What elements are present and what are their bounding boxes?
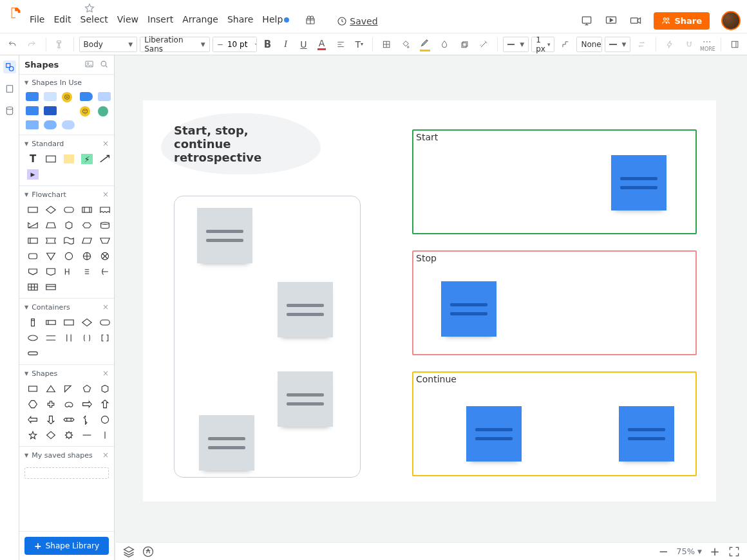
fc-shape[interactable] <box>44 204 58 216</box>
text-style-dropdown[interactable]: Body▼ <box>79 37 138 52</box>
sh-shape[interactable] <box>80 414 94 425</box>
swatch[interactable] <box>44 106 57 115</box>
magnet-button[interactable] <box>681 37 697 52</box>
shape-play[interactable]: ▶ <box>26 169 40 180</box>
undo-button[interactable] <box>4 37 21 52</box>
sh-shape[interactable] <box>62 383 76 395</box>
swatch[interactable] <box>62 120 75 129</box>
font-size-input[interactable] <box>225 37 251 51</box>
bolt-button[interactable] <box>661 37 678 52</box>
fc-shape[interactable] <box>62 235 76 247</box>
present-icon[interactable] <box>580 14 593 27</box>
menu-help[interactable]: Help <box>262 14 289 28</box>
sh-shape[interactable] <box>98 429 112 441</box>
title-cloud[interactable]: Start, stop, continue retrospective <box>161 113 321 174</box>
arrow-end-dropdown[interactable]: ▼ <box>605 37 630 52</box>
sticky-note-grey[interactable] <box>278 282 333 337</box>
sticky-pool[interactable] <box>174 196 361 478</box>
fc-shape[interactable] <box>26 266 40 277</box>
fc-shape[interactable] <box>80 266 94 277</box>
fc-shape[interactable] <box>80 250 94 262</box>
ct-shape[interactable] <box>44 317 58 328</box>
swatch[interactable] <box>98 106 108 117</box>
app-logo[interactable] <box>9 6 23 20</box>
fc-shape[interactable] <box>98 266 112 277</box>
fc-shape[interactable] <box>44 235 58 247</box>
zone-continue[interactable]: Continue <box>412 371 697 476</box>
shape-library-button[interactable]: + Shape Library <box>24 537 109 555</box>
line-style-dropdown[interactable]: ▼ <box>503 37 529 52</box>
saved-shape-slot[interactable] <box>24 467 109 479</box>
share-button[interactable]: Share <box>654 12 710 30</box>
rail-page-icon[interactable] <box>3 82 16 95</box>
sh-shape[interactable] <box>80 383 94 395</box>
canvas-paper[interactable]: Start, stop, continue retrospective Star… <box>143 100 716 501</box>
fullscreen-icon[interactable] <box>728 545 741 558</box>
ct-shape[interactable] <box>98 332 112 344</box>
gift-icon[interactable] <box>305 14 316 28</box>
fc-shape[interactable] <box>62 266 76 277</box>
align-button[interactable] <box>332 37 349 52</box>
swatch[interactable] <box>98 92 111 101</box>
sh-shape[interactable] <box>26 383 40 395</box>
sh-shape[interactable] <box>62 398 76 410</box>
sh-shape[interactable] <box>98 398 112 410</box>
sh-shape[interactable] <box>62 429 76 441</box>
section-containers[interactable]: ▼Containers× <box>19 298 114 315</box>
ct-shape[interactable] <box>80 317 94 328</box>
fc-shape[interactable] <box>26 281 40 293</box>
opacity-button[interactable] <box>436 37 453 52</box>
zoom-out-button[interactable]: − <box>657 545 670 558</box>
swap-arrows-button[interactable] <box>633 37 650 52</box>
fc-shape[interactable] <box>62 250 76 262</box>
sticky-note-blue[interactable] <box>611 155 667 210</box>
sh-shape[interactable] <box>98 414 112 425</box>
effects-button[interactable] <box>456 37 473 52</box>
sh-shape[interactable] <box>80 398 94 410</box>
text-color-button[interactable]: A <box>314 37 329 52</box>
ct-shape[interactable] <box>62 332 76 344</box>
fc-shape[interactable] <box>62 219 76 231</box>
menu-arrange[interactable]: Arrange <box>182 14 218 28</box>
magic-button[interactable] <box>475 37 492 52</box>
sticky-note-grey[interactable] <box>197 208 252 263</box>
swatch[interactable] <box>44 92 57 101</box>
fc-shape[interactable] <box>98 204 112 216</box>
redo-button[interactable] <box>23 37 40 52</box>
sh-shape[interactable] <box>62 414 76 425</box>
shape-arrow[interactable] <box>98 153 112 165</box>
section-flowchart[interactable]: ▼Flowchart× <box>19 185 114 203</box>
fc-shape[interactable] <box>44 219 58 231</box>
fc-shape[interactable] <box>98 250 112 262</box>
panel-search-icon[interactable] <box>99 59 109 71</box>
fc-shape[interactable] <box>80 235 94 247</box>
menu-share[interactable]: Share <box>227 14 253 28</box>
swatch[interactable] <box>80 92 93 101</box>
rail-data-icon[interactable] <box>3 104 16 117</box>
shape-text[interactable]: T <box>26 153 40 165</box>
line-route-button[interactable] <box>557 37 574 52</box>
format-painter-button[interactable] <box>51 37 68 52</box>
fc-shape[interactable] <box>26 219 40 231</box>
accessibility-icon[interactable] <box>142 545 155 558</box>
section-shapes[interactable]: ▼Shapes× <box>19 364 114 382</box>
line-width-dropdown[interactable]: 1 px▾ <box>531 37 554 52</box>
zone-stop[interactable]: Stop <box>412 250 697 355</box>
fc-shape[interactable] <box>26 204 40 216</box>
sh-shape[interactable] <box>44 383 58 395</box>
ct-shape[interactable] <box>44 332 58 344</box>
user-avatar[interactable] <box>721 11 741 30</box>
sh-shape[interactable] <box>80 429 94 441</box>
fc-shape[interactable] <box>98 235 112 247</box>
font-size-increase[interactable]: + <box>251 37 258 51</box>
swatch[interactable] <box>26 92 39 101</box>
section-shapes-in-use[interactable]: ▼Shapes In Use <box>19 75 114 91</box>
sh-shape[interactable] <box>44 429 58 441</box>
menu-edit[interactable]: Edit <box>53 14 71 28</box>
ct-shape[interactable] <box>26 317 40 328</box>
sh-shape[interactable] <box>44 398 58 410</box>
fc-shape[interactable] <box>44 266 58 277</box>
zoom-dropdown[interactable]: 75%▼ <box>676 546 702 556</box>
shape-bolt[interactable]: ⚡ <box>80 153 94 165</box>
fc-shape[interactable] <box>26 250 40 262</box>
